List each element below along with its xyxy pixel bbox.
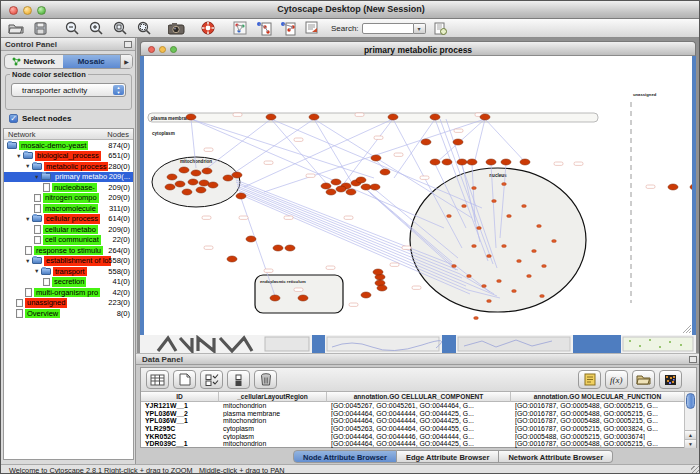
unselect-attributes-icon[interactable]: [227, 370, 250, 389]
node-color-dropdown[interactable]: transporter activity ▲▼: [11, 83, 126, 97]
network-node[interactable]: [199, 180, 209, 186]
table-row[interactable]: YKR052Ccytoplasm[GO:0044464, GO:0044446,…: [141, 433, 685, 441]
network-node[interactable]: [298, 295, 308, 301]
network-node[interactable]: [361, 292, 371, 298]
network-node[interactable]: [223, 175, 233, 181]
network-node[interactable]: [285, 245, 295, 251]
network-node[interactable]: [236, 193, 246, 199]
network-node[interactable]: [430, 159, 440, 165]
network-node-small[interactable]: [462, 205, 467, 208]
delete-attribute-icon[interactable]: [254, 370, 277, 389]
network-node-small[interactable]: [472, 245, 477, 248]
matrix-icon[interactable]: [659, 370, 682, 389]
title-bar[interactable]: Cytoscape Desktop (New Session): [1, 1, 700, 19]
network-node-small[interactable]: [447, 215, 452, 218]
attribute-table-icon[interactable]: [146, 370, 169, 389]
network-node-small[interactable]: [474, 317, 479, 320]
network-node[interactable]: [273, 245, 283, 251]
network-node-small[interactable]: [552, 240, 557, 243]
tree-row[interactable]: ▼transport558(0): [4, 266, 133, 277]
network-node-small[interactable]: [502, 183, 507, 186]
scrollbar-thumb[interactable]: [686, 393, 695, 409]
tab-edge-attribute-browser[interactable]: Edge Attribute Browser: [397, 450, 499, 463]
zoom-out-icon[interactable]: [63, 21, 81, 36]
network-node[interactable]: [266, 114, 276, 120]
tree-row[interactable]: ▼metabolic process280(0): [4, 161, 133, 172]
network-node-small[interactable]: [487, 300, 492, 303]
network-node-small[interactable]: [507, 215, 512, 218]
network-edge[interactable]: [376, 160, 385, 170]
network-node[interactable]: [202, 168, 212, 174]
search-dropdown-icon[interactable]: ▾: [414, 23, 426, 34]
column-header[interactable]: ID: [141, 392, 219, 402]
network-node[interactable]: [232, 172, 242, 178]
column-header[interactable]: annotation.GO CELLULAR_COMPONENT: [327, 392, 511, 402]
network-node-small[interactable]: [502, 245, 507, 248]
tree-row[interactable]: ▼cellular process614(0): [4, 214, 133, 225]
open-session-icon[interactable]: [7, 21, 25, 36]
network-node-small[interactable]: [527, 275, 532, 278]
network-node[interactable]: [309, 114, 319, 120]
tab-network[interactable]: Network: [5, 55, 63, 68]
filter-icon[interactable]: [279, 21, 297, 36]
network-node[interactable]: [165, 184, 175, 190]
network-node-small[interactable]: [542, 265, 547, 268]
network-node[interactable]: [321, 183, 331, 189]
tab-network-attribute-browser[interactable]: Network Attribute Browser: [499, 450, 613, 463]
network-node[interactable]: [457, 159, 467, 165]
network-node[interactable]: [331, 179, 341, 185]
network-node-small[interactable]: [512, 290, 517, 293]
help-lifesaver-icon[interactable]: [199, 21, 217, 36]
network-node-small[interactable]: [487, 255, 492, 258]
network-node[interactable]: [501, 159, 511, 165]
network-node-small[interactable]: [532, 250, 537, 253]
network-node[interactable]: [377, 285, 387, 291]
network-node-small[interactable]: [477, 227, 482, 230]
network-edge[interactable]: [485, 119, 526, 163]
network-edge[interactable]: [202, 119, 271, 172]
network-node[interactable]: [690, 184, 692, 190]
network-node[interactable]: [480, 114, 490, 120]
network-canvas-area[interactable]: plasma membrane cytoplasm mitochondrion …: [140, 56, 696, 335]
network-node[interactable]: [191, 170, 201, 176]
scroll-down-icon[interactable]: ▼: [685, 439, 696, 448]
table-row[interactable]: YLR295Ccytoplasm[GO:0045263, GO:0044464,…: [141, 425, 685, 433]
plugin-icon[interactable]: [432, 21, 450, 36]
annotation-icon[interactable]: [303, 21, 321, 36]
network-node-small[interactable]: [482, 285, 487, 288]
network-node[interactable]: [668, 184, 678, 190]
network-node[interactable]: [430, 114, 440, 120]
import-attributes-icon[interactable]: [632, 370, 655, 389]
expander-icon[interactable]: ▼: [25, 216, 32, 222]
data-panel-titlebar[interactable]: Data Panel: [136, 353, 700, 365]
tree-row[interactable]: macromolecule311(0): [4, 203, 133, 214]
tree-row[interactable]: nitrogen compo209(0): [4, 193, 133, 204]
network-node[interactable]: [182, 189, 192, 195]
zoom-in-icon[interactable]: [87, 21, 105, 36]
column-header[interactable]: _cellularLayoutRegion: [219, 392, 327, 402]
network-node-small[interactable]: [522, 205, 527, 208]
network-node[interactable]: [167, 174, 177, 180]
vizmapper-icon[interactable]: [255, 21, 273, 36]
network-node-small[interactable]: [517, 260, 522, 263]
network-node[interactable]: [336, 186, 346, 192]
network-node[interactable]: [361, 184, 371, 190]
network-node[interactable]: [356, 177, 366, 183]
tab-mosaic[interactable]: Mosaic: [63, 55, 121, 68]
tree-row[interactable]: multi-organism pro42(0): [4, 287, 133, 298]
network-node-small[interactable]: [452, 265, 457, 268]
network-node-small[interactable]: [497, 280, 502, 283]
network-node[interactable]: [371, 155, 381, 161]
network-view-titlebar[interactable]: primary metabolic process: [140, 41, 696, 56]
save-session-icon[interactable]: [31, 21, 49, 36]
network-node[interactable]: [208, 182, 218, 188]
table-row[interactable]: YJR121W__1mitochondrion[GO:0045267, GO:0…: [141, 402, 685, 410]
table-row[interactable]: YPL036W__2plasma membrane[GO:0044464, GO…: [141, 410, 685, 418]
network-edge[interactable]: [394, 119, 435, 178]
tree-row[interactable]: unassigned223(0): [4, 298, 133, 309]
column-header[interactable]: annotation.GO MOLECULAR_FUNCTION: [511, 392, 685, 402]
search-input[interactable]: [362, 23, 414, 34]
network-node[interactable]: [520, 159, 530, 165]
tab-node-attribute-browser[interactable]: Node Attribute Browser: [293, 450, 397, 463]
tree-row[interactable]: secretion41(0): [4, 277, 133, 288]
